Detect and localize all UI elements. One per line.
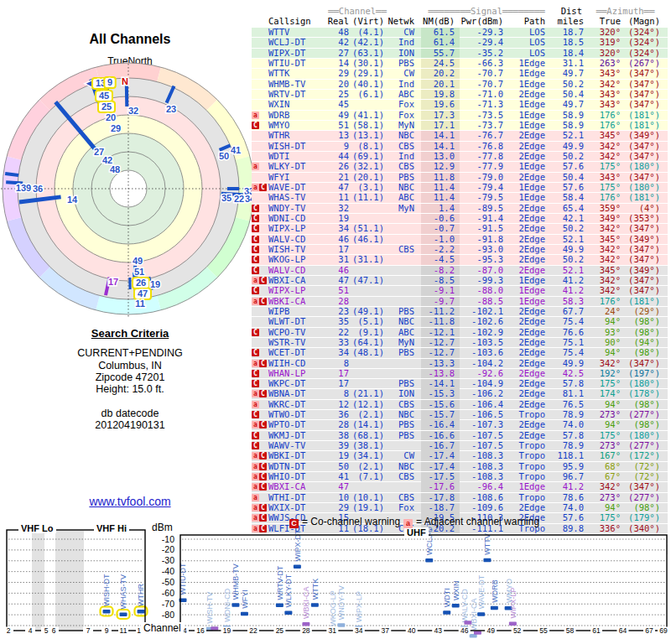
tvfool-link[interactable]: www.tvfool.com xyxy=(89,495,170,508)
azimuth-magn-cell: (347°) xyxy=(622,482,662,492)
real-channel-cell: 41 xyxy=(327,472,349,482)
table-row: WHAS-TV11(11.1)ABC11.4-79.51Edge58.4176°… xyxy=(252,193,668,203)
table-row: CWCET-DT34(48.1)PBS-12.7-103.62Edge75.49… xyxy=(252,348,668,358)
table-row: CWKOG-LP31(31.1)-4.5-95.32Edge50.2342°(3… xyxy=(252,255,668,265)
callsign-cell: WIPB xyxy=(267,307,327,317)
azimuth-magn-cell: (347°) xyxy=(622,142,662,152)
azimuth-magn-cell: (324°) xyxy=(622,49,662,59)
real-channel-cell: 19 xyxy=(327,214,349,224)
search-criteria-heading: Search Criteria xyxy=(21,327,239,340)
radar-channel-label: 22 xyxy=(234,194,244,204)
azimuth-magn-cell: (347°) xyxy=(622,69,662,79)
azimuth-magn-cell: (349°) xyxy=(622,131,662,141)
power-dbm-cell: -106.4 xyxy=(460,400,510,410)
network-cell xyxy=(388,224,421,234)
callsign-cell: WIIH-CD xyxy=(267,359,327,369)
radar-channel-label: 35 xyxy=(221,193,231,203)
azimuth-true-cell: 359° xyxy=(589,204,622,214)
co-channel-warning-icon: C xyxy=(259,298,267,305)
radar-channel-label: 14 xyxy=(67,195,78,205)
callsign-cell: WLWT-DT xyxy=(267,317,327,327)
power-dbm-cell: -88.5 xyxy=(460,297,510,307)
miles-cell: 50.2 xyxy=(552,80,589,90)
adjacent-channel-warning-icon: a xyxy=(252,494,259,501)
co-channel-warning-icon: C xyxy=(259,473,267,480)
path-cell: Tropo xyxy=(510,472,552,482)
nm-db-cell: -11.8 xyxy=(421,317,460,327)
co-channel-warning-icon: C xyxy=(252,349,259,356)
signal-bar xyxy=(477,612,485,616)
warning-cell: aC xyxy=(252,420,267,430)
signal-bar-label: WISH-DT xyxy=(103,574,112,606)
azimuth-magn-cell: (324°) xyxy=(622,28,662,38)
nm-db-cell: -16.4 xyxy=(421,420,460,430)
power-dbm-cell: -73.7 xyxy=(460,121,510,131)
radar-channel-label: 19 xyxy=(150,279,160,289)
real-channel-cell: 9 xyxy=(327,142,349,152)
channel-tick-label: 22 xyxy=(249,626,257,635)
virtual-channel-cell: (47.1) xyxy=(349,276,388,286)
radar-chart-title: All Channels xyxy=(34,32,226,47)
azimuth-magn-cell: (347°) xyxy=(622,90,662,100)
azimuth-magn-cell: (347°) xyxy=(622,152,662,162)
radar-spoke xyxy=(5,174,18,175)
signal-bar-label: WIPX-LP xyxy=(355,591,363,622)
azimuth-true-cell: 176° xyxy=(589,193,622,203)
warning-cell: aC xyxy=(252,276,267,286)
path-cell: 2Edge xyxy=(510,317,552,327)
radar-channel-label: 45 xyxy=(99,91,109,101)
miles-cell: 81.1 xyxy=(552,389,589,399)
adjacent-channel-warning-icon: a xyxy=(252,504,259,512)
channel-tick-label: 55 xyxy=(539,626,548,635)
callsign-cell: WBNA-DT xyxy=(267,389,327,399)
signal-bar xyxy=(509,621,517,626)
miles-cell: 76.6 xyxy=(552,328,589,338)
signal-bar xyxy=(138,610,145,614)
table-row: aCWIIH-CD8-13.3-104.22Edge49.9342°(347°) xyxy=(252,359,668,369)
real-channel-cell: 45 xyxy=(327,100,349,110)
azimuth-true-cell: 342° xyxy=(589,142,622,152)
signal-bar xyxy=(302,622,309,626)
callsign-cell: WHAN-LP xyxy=(267,369,327,379)
virtual-channel-cell: (2.1) xyxy=(349,462,388,472)
azimuth-true-cell: 67° xyxy=(589,472,622,482)
signal-bar xyxy=(294,564,301,569)
power-dbm-cell: -92.6 xyxy=(460,369,510,379)
warning-cell xyxy=(252,90,267,100)
warning-cell: C xyxy=(252,348,267,358)
network-cell xyxy=(388,266,421,276)
co-channel-warning-icon: C xyxy=(259,452,267,460)
co-channel-warning-icon: C xyxy=(259,277,267,284)
table-row: WLWT-DT35(5.1)NBC-11.8-102.62Edge75.494°… xyxy=(252,317,668,327)
miles-cell: 57.8 xyxy=(552,379,589,389)
warning-cell xyxy=(252,338,267,348)
azimuth-magn-cell: (347°) xyxy=(622,359,662,369)
real-channel-cell: 28 xyxy=(327,297,349,307)
power-dbm-cell: -103.5 xyxy=(460,338,510,348)
nm-db-cell: -15.6 xyxy=(421,400,460,410)
co-channel-warning-icon: C xyxy=(252,411,259,418)
radar-channel-label: 49 xyxy=(133,256,143,266)
radar-channel-label: 11 xyxy=(135,299,145,309)
real-channel-cell: 36 xyxy=(327,410,349,420)
channel-tick-label: 64 xyxy=(619,626,627,635)
power-dbm-cell: -77.8 xyxy=(460,152,510,162)
power-dbm-cell: -106.5 xyxy=(460,410,510,420)
real-channel-cell: 12 xyxy=(327,400,349,410)
nm-db-cell: 20.2 xyxy=(421,69,460,79)
virtual-channel-cell: (69.1) xyxy=(349,152,388,162)
miles-cell: 76.5 xyxy=(552,400,589,410)
radar-chart: NN◄◄131399454525253232232320202929272742… xyxy=(0,59,260,324)
network-cell: MyN xyxy=(388,121,421,131)
azimuth-true-cell: 342° xyxy=(589,276,622,286)
path-cell: 1Edge xyxy=(510,100,552,110)
miles-cell: 50.4 xyxy=(552,90,589,100)
path-cell: LOS xyxy=(510,28,552,38)
path-cell: 2Edge xyxy=(510,152,552,162)
co-channel-legend: C= Co-channel warning xyxy=(289,517,400,527)
table-row: aCWBKI-DT19(34.1)CW-17.4-108.3Tropo118.1… xyxy=(252,451,668,461)
warning-cell: aC xyxy=(252,359,267,369)
vhf-hi-label: VHF Hi xyxy=(94,523,129,533)
miles-cell: 58.9 xyxy=(552,111,589,121)
warning-cell xyxy=(252,28,267,38)
